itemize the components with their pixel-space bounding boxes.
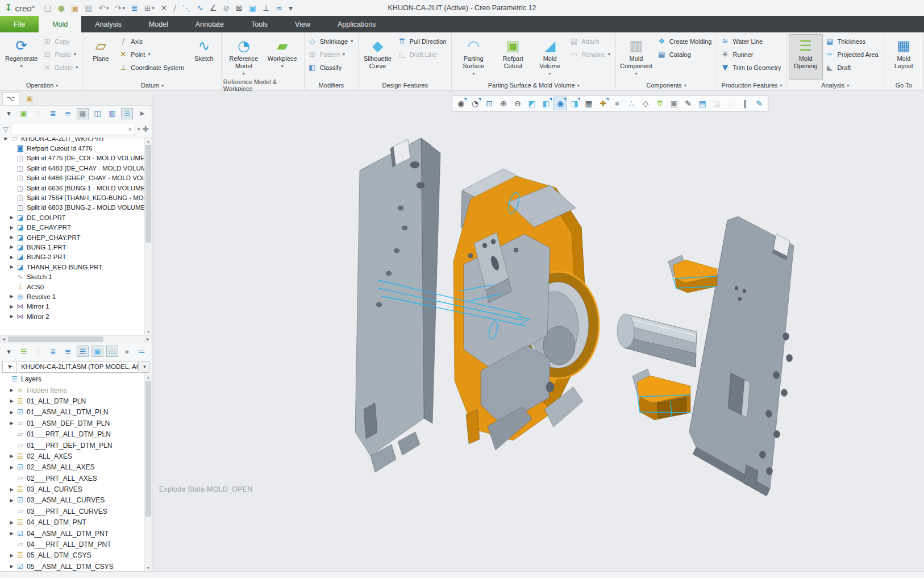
layer-item-05-asm-all-dtm-csys[interactable]: ▶☑05__ASM_ALL_DTM_CSYS bbox=[0, 561, 144, 571]
save-button[interactable]: ▥ bbox=[85, 4, 92, 12]
section-button[interactable]: ◨ bbox=[568, 97, 581, 110]
layer-stack-toggle-button[interactable]: ☰ bbox=[121, 108, 133, 119]
toggle-show-layers-button[interactable]: ☰ bbox=[77, 346, 89, 357]
undo-button[interactable]: ↶▾ bbox=[99, 4, 109, 12]
tree-filter-input[interactable] bbox=[14, 125, 128, 133]
pattern-button[interactable]: ⊞Pattern▾ bbox=[306, 48, 357, 60]
spin-visibility-button[interactable]: ◔ bbox=[468, 97, 482, 110]
snapshot-button[interactable]: ▣ bbox=[667, 97, 681, 110]
folder-browser-tab[interactable]: ▣ bbox=[21, 92, 38, 105]
graphics-viewport[interactable]: ◉◔⊡⊕⊖◩◧◉◨▦✚∗∴◇⇈▣✎▤◪△‖✎ Explode State:MOL… bbox=[152, 91, 924, 571]
layer-item-05-all-dtm-csys[interactable]: ▶☰05_ALL_DTM_CSYS bbox=[0, 550, 144, 561]
expand-arrow-icon[interactable]: ▶ bbox=[8, 465, 15, 470]
expand-arrow-icon[interactable]: ▶ bbox=[8, 294, 15, 299]
tree-item-sketch-1[interactable]: ∿Sketch 1 bbox=[0, 272, 144, 281]
group-caret-icon[interactable]: ▾ bbox=[577, 83, 580, 88]
window-display-button[interactable]: ▤ bbox=[696, 97, 709, 110]
expand-items-button[interactable]: ≣ bbox=[47, 346, 59, 357]
pause-button[interactable]: ‖ bbox=[738, 97, 752, 110]
tree-item-acs0[interactable]: ⊥ACS0 bbox=[0, 282, 144, 292]
redo-button[interactable]: ↷▾ bbox=[115, 4, 125, 12]
group-label-production-features[interactable]: Production Features▾ bbox=[719, 80, 784, 90]
tree-item-ghep-chay-prt[interactable]: ▶◪GHEP_CHAY.PRT bbox=[0, 232, 144, 242]
dropdown-caret-icon[interactable]: ▾ bbox=[123, 6, 125, 11]
tree-item-split-id-7564-thanh-keo-bung-mold-volume[interactable]: ◫Split id 7564 [THANH_KEO-BUNG - MOLD VO… bbox=[0, 193, 144, 202]
expand-arrow-icon[interactable]: ▶ bbox=[8, 225, 15, 230]
group-caret-icon[interactable]: ▾ bbox=[56, 83, 58, 88]
scroll-up-icon[interactable]: ▲ bbox=[145, 374, 152, 381]
ribbon-tab-annotate[interactable]: Annotate bbox=[182, 16, 238, 32]
filter-clear-icon[interactable]: ✕ bbox=[128, 126, 132, 132]
combo-dropdown-icon[interactable]: ▼ bbox=[140, 361, 149, 373]
projected-area-button[interactable]: ≡Projected Area bbox=[824, 48, 882, 60]
expand-arrow-icon[interactable]: ▶ bbox=[8, 531, 15, 536]
water-line-button[interactable]: ≋Water Line bbox=[719, 35, 784, 47]
tree-item-refpart-cutout-id-4776[interactable]: ◙Refpart Cutout id 4776 bbox=[0, 143, 144, 153]
zoom-out-button[interactable]: ⊖ bbox=[511, 97, 525, 110]
dropdown-caret-icon[interactable]: ▾ bbox=[608, 52, 610, 57]
dropdown-caret-icon[interactable]: ▾ bbox=[343, 52, 345, 57]
layer-item-02-asm-all-axes[interactable]: ▶☑02__ASM_ALL_AXES bbox=[0, 462, 144, 473]
open-button[interactable]: ▣ bbox=[71, 4, 78, 12]
view-list-button[interactable]: ≣ bbox=[131, 4, 138, 12]
scroll-thumb[interactable] bbox=[145, 381, 151, 517]
coordinate-system-button[interactable]: ⊥Coordinate System bbox=[117, 61, 188, 73]
tree-item-bung-2-prt[interactable]: ▶◪BUNG-2.PRT bbox=[0, 252, 144, 262]
dots-handle-button[interactable]: ⋮ bbox=[32, 346, 44, 357]
ribbon-tab-tools[interactable]: Tools bbox=[238, 16, 281, 32]
gallery-visibility-button[interactable]: ◉ bbox=[553, 97, 567, 110]
refpart-cutout-button[interactable]: ▣Refpart Cutout bbox=[494, 34, 532, 80]
expand-arrow-icon[interactable]: ▶ bbox=[8, 264, 15, 269]
parting-surface-button[interactable]: ◠Parting Surface▾ bbox=[453, 34, 493, 80]
expand-arrow-icon[interactable]: ▶ bbox=[8, 410, 15, 415]
zoom-region-button[interactable]: ⊡ bbox=[482, 97, 496, 110]
tree-item-de-chay-prt[interactable]: ▶◪DE_CHAY.PRT bbox=[0, 223, 144, 232]
toggle-dashed-layers-button[interactable]: ▭ bbox=[106, 346, 118, 357]
layer-item-01-prt-def-dtm-pln[interactable]: ▱01___PRT_DEF_DTM_PLN bbox=[0, 440, 144, 451]
layer-item-01-asm-all-dtm-pln[interactable]: ▶☑01__ASM_ALL_DTM_PLN bbox=[0, 407, 144, 418]
active-model-combo[interactable]: KHUON-CA-2LIT.ASM (TOP MODEL, ACTIVE) bbox=[19, 361, 139, 373]
layer-item-01-asm-def-dtm-pln[interactable]: ▶▱01__ASM_DEF_DTM_PLN bbox=[0, 418, 144, 429]
section-cube-button[interactable]: ▣ bbox=[249, 4, 256, 12]
group-label-parting-surface-mold-volume[interactable]: Parting Surface & Mold Volume▾ bbox=[453, 80, 614, 90]
dropdown-caret-icon[interactable]: ▾ bbox=[148, 52, 150, 57]
layer-item-01-prt-all-dtm-pln[interactable]: ▱01___PRT_ALL_DTM_PLN bbox=[0, 429, 144, 439]
scroll-up-icon[interactable]: ▲ bbox=[145, 138, 152, 144]
draft-line-button[interactable]: ◺Draft Line bbox=[396, 48, 450, 60]
layers-root-layers[interactable]: ☰Layers bbox=[0, 374, 144, 385]
style-columns-button[interactable]: ▥ bbox=[106, 108, 118, 119]
tree-item-khuon-ca-2lit-wkr-prt[interactable]: ▶▱KHUON-CA-2LIT_WKR.PRT bbox=[0, 138, 144, 143]
ribbon-tab-analysis[interactable]: Analysis bbox=[81, 16, 135, 32]
dropdown-caret-icon[interactable]: ▾ bbox=[20, 63, 23, 70]
item-filter-button[interactable]: ◫ bbox=[91, 108, 103, 119]
layers-scrollbar[interactable]: ▲ ▼ bbox=[144, 374, 152, 572]
group-caret-icon[interactable]: ▾ bbox=[847, 83, 849, 88]
scroll-down-icon[interactable]: ▼ bbox=[145, 564, 152, 571]
group-caret-icon[interactable]: ▾ bbox=[161, 83, 164, 88]
dropdown-caret-icon[interactable]: ▾ bbox=[281, 63, 284, 70]
group-label-analysis[interactable]: Analysis▾ bbox=[789, 80, 882, 90]
dropdown-caret-icon[interactable]: ▾ bbox=[549, 70, 551, 77]
new-file-button[interactable]: ▢ bbox=[44, 4, 52, 12]
mold-component-button[interactable]: ▥Mold Component▾ bbox=[618, 34, 655, 80]
repaint-button[interactable]: ◩ bbox=[525, 97, 539, 110]
pull-direction-view-button[interactable]: ⇈ bbox=[653, 97, 667, 110]
angle-tool-button[interactable]: ∠ bbox=[210, 4, 217, 12]
layer-item-03-prt-all-curves[interactable]: ▱03___PRT_ALL_CURVES bbox=[0, 506, 144, 517]
attach-button[interactable]: ▤Attach bbox=[568, 35, 614, 47]
ribbon-tab-model[interactable]: Model bbox=[135, 16, 182, 32]
explode-components-button[interactable]: ∴ bbox=[625, 97, 638, 110]
workpiece-button[interactable]: ▰Workpiece▾ bbox=[265, 34, 299, 80]
dropdown-caret-icon[interactable]: ▾ bbox=[76, 65, 78, 70]
expand-arrow-icon[interactable]: ▶ bbox=[8, 553, 15, 558]
measure-points-button[interactable]: ⋱ bbox=[182, 4, 190, 12]
draft-button[interactable]: ◣Draft bbox=[824, 61, 882, 73]
select-cursor-box[interactable]: ➤ bbox=[2, 361, 17, 373]
tree-item-bung-1-prt[interactable]: ▶◪BUNG-1.PRT bbox=[0, 242, 144, 252]
panel-caret-button[interactable]: ▾ bbox=[3, 108, 15, 119]
expand-arrow-icon[interactable]: ▶ bbox=[8, 454, 15, 459]
classify-button[interactable]: ◧Classify bbox=[306, 61, 357, 73]
customize-caret-button[interactable]: ▾ bbox=[289, 4, 293, 12]
expand-arrow-icon[interactable]: ▶ bbox=[8, 398, 15, 404]
group-label-operation[interactable]: Operation▾ bbox=[3, 80, 81, 90]
